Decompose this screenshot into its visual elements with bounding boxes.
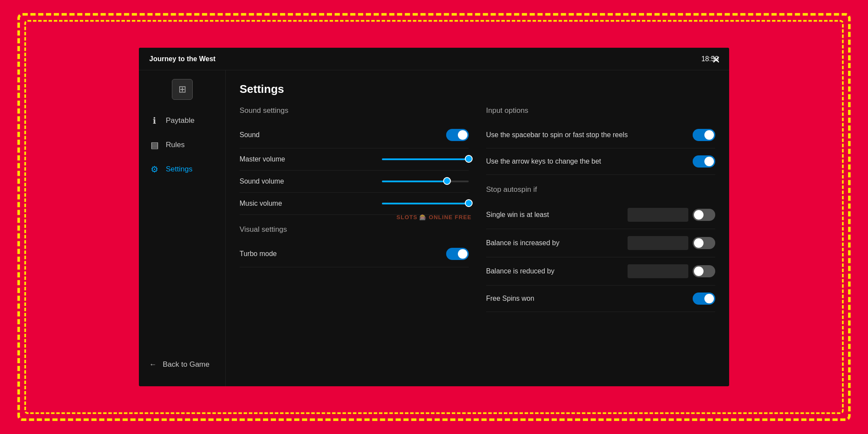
settings-title: Settings	[240, 82, 715, 96]
settings-grid: Sound settings Sound M	[240, 106, 715, 312]
logo-icon: ⊞	[178, 84, 186, 95]
sound-volume-track	[382, 181, 469, 182]
sidebar-item-rules[interactable]: ▤ Rules	[139, 133, 225, 157]
turbo-toggle[interactable]	[446, 248, 469, 260]
music-volume-slider[interactable]	[382, 203, 469, 204]
arrow-toggle[interactable]	[693, 155, 715, 168]
game-title: Journey to the West	[149, 55, 216, 63]
master-volume-track	[382, 158, 469, 160]
arrow-keys-label: Use the arrow keys to change the bet	[486, 158, 601, 165]
free-spins-toggle-thumb	[704, 294, 714, 303]
single-win-toggle-track[interactable]	[693, 209, 715, 221]
paytable-label: Paytable	[166, 116, 194, 125]
spacebar-spin-row: Use the spacebar to spin or fast stop th…	[486, 122, 715, 148]
balance-reduced-toggle-thumb	[694, 266, 704, 276]
sound-toggle[interactable]	[446, 129, 469, 141]
spacebar-spin-label: Use the spacebar to spin or fast stop th…	[486, 131, 628, 139]
back-to-game-button[interactable]: ← Back to Game	[139, 353, 225, 376]
sound-toggle-track[interactable]	[446, 129, 469, 141]
balance-reduced-input[interactable]	[628, 264, 688, 278]
arrow-keys-row: Use the arrow keys to change the bet	[486, 148, 715, 175]
top-bar: Journey to the West 18:50	[139, 48, 729, 70]
sound-row: Sound	[240, 122, 469, 148]
turbo-toggle-thumb	[458, 249, 467, 259]
master-volume-slider[interactable]	[382, 158, 469, 160]
balance-increased-toggle-thumb	[694, 238, 704, 248]
balance-reduced-toggle-track[interactable]	[693, 265, 715, 277]
balance-increased-right	[628, 236, 715, 250]
balance-reduced-toggle[interactable]	[693, 265, 715, 277]
sidebar-bottom: ← Back to Game	[139, 353, 225, 376]
input-section-title: Input options	[486, 106, 715, 117]
game-window: Journey to the West 18:50 ✕ ⊞ ℹ Paytable…	[139, 48, 729, 386]
music-volume-row: Music volume	[240, 193, 469, 215]
sound-volume-thumb[interactable]	[443, 177, 451, 185]
gear-icon: ⚙	[149, 164, 160, 174]
single-win-row: Single win is at least	[486, 201, 715, 229]
free-spins-toggle[interactable]	[693, 293, 715, 305]
sidebar-logo: ⊞	[172, 79, 193, 100]
balance-increased-row: Balance is increased by	[486, 229, 715, 257]
spacebar-toggle-thumb	[704, 130, 714, 140]
close-button[interactable]: ✕	[712, 54, 720, 66]
master-volume-fill	[382, 158, 469, 160]
master-volume-thumb[interactable]	[465, 155, 473, 163]
sound-volume-fill	[382, 181, 447, 182]
sidebar-item-paytable[interactable]: ℹ Paytable	[139, 108, 225, 133]
settings-label: Settings	[166, 165, 192, 174]
sound-volume-label: Sound volume	[240, 178, 284, 185]
spacebar-toggle-track[interactable]	[693, 129, 715, 141]
arrow-toggle-track[interactable]	[693, 155, 715, 168]
balance-increased-input[interactable]	[628, 236, 688, 250]
outer-border: Journey to the West 18:50 ✕ ⊞ ℹ Paytable…	[17, 13, 851, 421]
right-column: Input options Use the spacebar to spin o…	[486, 106, 715, 312]
settings-inner: Settings Sound settings Sound	[226, 70, 729, 324]
single-win-toggle[interactable]	[693, 209, 715, 221]
balance-increased-label: Balance is increased by	[486, 239, 559, 247]
single-win-toggle-thumb	[694, 210, 704, 220]
master-volume-label: Master volume	[240, 155, 285, 163]
back-label: Back to Game	[163, 360, 210, 369]
free-spins-label: Free Spins won	[486, 295, 534, 302]
autospin-section-title: Stop autospin if	[486, 185, 715, 196]
music-volume-track	[382, 203, 469, 204]
music-volume-fill	[382, 203, 469, 204]
sidebar: ⊞ ℹ Paytable ▤ Rules ⚙ Settings ← Back t…	[139, 48, 226, 386]
left-column: Sound settings Sound M	[240, 106, 469, 312]
single-win-input[interactable]	[628, 208, 688, 222]
spacebar-toggle[interactable]	[693, 129, 715, 141]
sound-section-title: Sound settings	[240, 106, 469, 117]
balance-reduced-label: Balance is reduced by	[486, 267, 554, 275]
arrow-toggle-thumb	[704, 157, 714, 166]
turbo-mode-label: Turbo mode	[240, 250, 277, 258]
sidebar-item-settings[interactable]: ⚙ Settings	[139, 157, 225, 181]
music-volume-label: Music volume	[240, 200, 282, 207]
free-spins-row: Free Spins won	[486, 286, 715, 312]
sound-toggle-thumb	[458, 130, 467, 140]
info-icon: ℹ	[149, 115, 160, 126]
balance-increased-toggle-track[interactable]	[693, 237, 715, 249]
single-win-label: Single win is at least	[486, 211, 549, 219]
main-content: Settings Sound settings Sound	[226, 48, 729, 386]
sound-label: Sound	[240, 131, 260, 139]
free-spins-toggle-track[interactable]	[693, 293, 715, 305]
balance-reduced-right	[628, 264, 715, 278]
turbo-mode-row: Turbo mode	[240, 241, 469, 267]
visual-section-title: Visual settings	[240, 225, 469, 236]
master-volume-row: Master volume	[240, 148, 469, 171]
back-arrow-icon: ←	[149, 360, 157, 369]
rules-label: Rules	[166, 141, 184, 149]
sound-volume-slider[interactable]	[382, 181, 469, 182]
music-volume-thumb[interactable]	[465, 199, 473, 207]
balance-reduced-row: Balance is reduced by	[486, 257, 715, 286]
rules-icon: ▤	[149, 140, 160, 150]
turbo-toggle-track[interactable]	[446, 248, 469, 260]
single-win-right	[628, 208, 715, 222]
sound-volume-row: Sound volume	[240, 171, 469, 193]
balance-increased-toggle[interactable]	[693, 237, 715, 249]
